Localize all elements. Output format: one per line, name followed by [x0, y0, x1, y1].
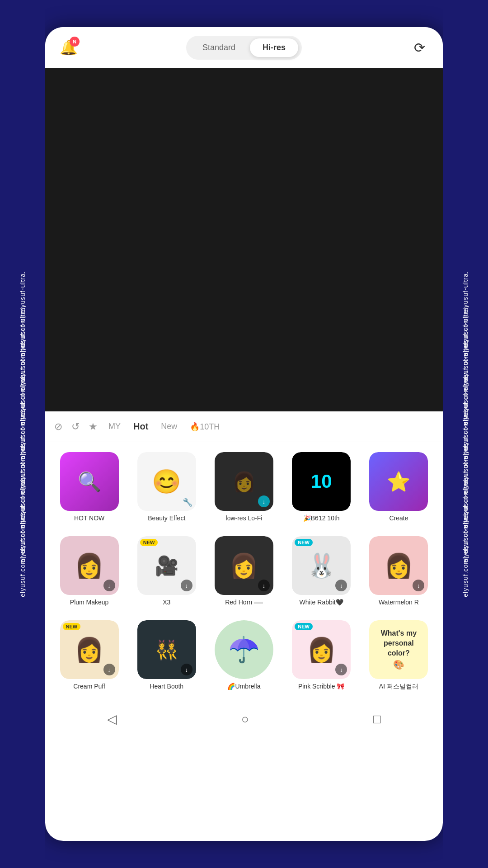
effect-white-rabbit[interactable]: NEW 🐰 ↓ White Rabbit🖤 — [283, 532, 360, 610]
tab-favorites-icon[interactable]: ★ — [89, 421, 98, 433]
notification-badge: N — [70, 37, 80, 47]
tab-none-icon[interactable]: ⊘ — [54, 421, 62, 433]
effect-hot-now[interactable]: 🔍 HOT NOW — [51, 448, 128, 526]
tab-undo-icon[interactable]: ↺ — [71, 421, 80, 433]
effect-thumb-hot-now: 🔍 — [60, 452, 119, 511]
effect-x3[interactable]: NEW 🎥 ↓ X3 — [128, 532, 205, 610]
watermark-right: elyusuf.com| elyusuf-ultra. elyusuf.com|… — [443, 0, 488, 868]
effect-label-whiterabbit: White Rabbit🖤 — [292, 599, 351, 606]
effect-thumb-watermelon: 👩 ↓ — [369, 536, 428, 595]
resolution-toggle: Standard Hi-res — [186, 36, 302, 60]
nav-recent-button[interactable]: □ — [373, 712, 381, 726]
nav-home-button[interactable]: ○ — [241, 712, 249, 726]
effect-plum-makeup[interactable]: 👩 ↓ Plum Makeup — [51, 532, 128, 610]
effect-thumb-pinkscribble: NEW 👩 ↓ — [292, 620, 351, 679]
effect-label-plum: Plum Makeup — [60, 599, 119, 606]
camera-flip-icon: ⟳ — [414, 40, 425, 56]
effect-label-creampuff: Cream Puff — [60, 683, 119, 690]
effect-thumb-b612: 10 — [292, 452, 351, 511]
effects-grid-row2: 👩 ↓ Plum Makeup NEW 🎥 ↓ X3 👩 ↓ — [45, 532, 443, 616]
effect-label-aipersonal: AI 퍼스널컬러 — [369, 683, 428, 691]
nav-bar: ◁ ○ □ — [45, 701, 443, 737]
effect-thumb-heartbooth: 👯 ↓ — [137, 620, 196, 679]
effect-label-umbrella: 🌈Umbrella — [215, 683, 273, 690]
tab-10th[interactable]: 🔥10TH — [188, 419, 221, 434]
new-badge-whiterabbit: NEW — [295, 539, 313, 546]
effect-b612-10th[interactable]: 10 🎉B612 10th — [283, 448, 360, 526]
effect-thumb-plum: 👩 ↓ — [60, 536, 119, 595]
effect-label-x3: X3 — [137, 599, 196, 606]
effects-grid-row3: NEW 👩 ↓ Cream Puff 👯 ↓ Heart Booth ☂️ — [45, 616, 443, 701]
effect-heart-booth[interactable]: 👯 ↓ Heart Booth — [128, 616, 205, 695]
effect-label-b612: 🎉B612 10th — [292, 514, 351, 522]
filter-tabs: ⊘ ↺ ★ MY Hot New 🔥10TH — [45, 411, 443, 442]
effect-thumb-redhorn: 👩 ↓ — [215, 536, 273, 595]
effect-label-pinkscribble: Pink Scribble 🎀 — [292, 683, 351, 690]
effect-thumb-create: ⭐ — [369, 452, 428, 511]
effect-pink-scribble[interactable]: NEW 👩 ↓ Pink Scribble 🎀 — [283, 616, 360, 695]
effect-thumb-aipersonal: What's my personal color? 🎨 — [369, 620, 428, 679]
hires-button[interactable]: Hi-res — [250, 38, 298, 57]
effect-cream-puff[interactable]: NEW 👩 ↓ Cream Puff — [51, 616, 128, 695]
effect-label-create: Create — [369, 514, 428, 522]
effect-label-redhorn: Red Horn ══ — [215, 599, 273, 606]
tab-my[interactable]: MY — [107, 419, 122, 434]
effect-ai-personal[interactable]: What's my personal color? 🎨 AI 퍼스널컬러 — [360, 616, 437, 695]
effects-grid-row1: 🔍 HOT NOW 😊 🔧 Beauty Effect 👩 ↓ — [45, 442, 443, 532]
new-badge-pinkscribble: NEW — [295, 623, 313, 630]
camera-viewfinder — [45, 68, 443, 411]
tab-new[interactable]: New — [159, 419, 179, 434]
effect-thumb-lofi: 👩 ↓ — [215, 452, 273, 511]
watermark-left: elyusuf.com| elyusuf-ultra. elyusuf.com|… — [0, 0, 45, 868]
top-bar: 🔔 N Standard Hi-res ⟳ — [45, 27, 443, 68]
phone-frame: 🔔 N Standard Hi-res ⟳ ⊘ ↺ ★ MY Hot New 🔥… — [45, 27, 443, 841]
effect-thumb-umbrella: ☂️ — [215, 620, 273, 679]
effect-label-heartbooth: Heart Booth — [137, 683, 196, 690]
new-badge-x3: NEW — [140, 539, 158, 546]
effect-create[interactable]: ⭐ Create — [360, 448, 437, 526]
effect-thumb-whiterabbit: NEW 🐰 ↓ — [292, 536, 351, 595]
effect-thumb-creampuff: NEW 👩 ↓ — [60, 620, 119, 679]
effect-thumb-x3: NEW 🎥 ↓ — [137, 536, 196, 595]
effect-beauty-effect[interactable]: 😊 🔧 Beauty Effect — [128, 448, 205, 526]
effect-umbrella[interactable]: ☂️ 🌈Umbrella — [205, 616, 282, 695]
new-badge-creampuff: NEW — [63, 623, 81, 630]
effect-label-hot-now: HOT NOW — [60, 514, 119, 522]
tab-hot[interactable]: Hot — [131, 419, 150, 434]
effect-red-horn[interactable]: 👩 ↓ Red Horn ══ — [205, 532, 282, 610]
notification-button[interactable]: 🔔 N — [56, 35, 81, 60]
effect-label-lofi: low-res Lo-Fi — [215, 514, 273, 522]
standard-button[interactable]: Standard — [190, 38, 248, 57]
effect-label-beauty: Beauty Effect — [137, 514, 196, 522]
camera-flip-button[interactable]: ⟳ — [407, 35, 432, 60]
effect-lowres-lofi[interactable]: 👩 ↓ low-res Lo-Fi — [205, 448, 282, 526]
nav-back-button[interactable]: ◁ — [107, 712, 117, 726]
effect-thumb-beauty: 😊 🔧 — [137, 452, 196, 511]
effect-watermelon[interactable]: 👩 ↓ Watermelon R — [360, 532, 437, 610]
effect-label-watermelon: Watermelon R — [369, 599, 428, 606]
